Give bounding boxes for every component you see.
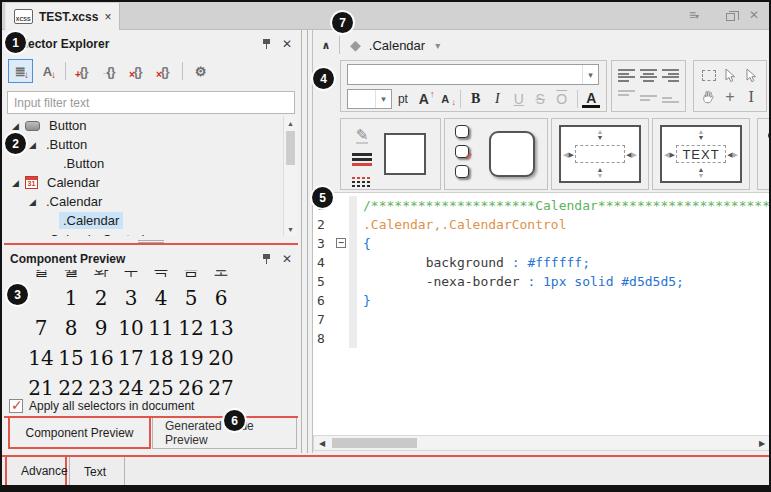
tree-row[interactable]: ▷.CalendarControl [4, 230, 283, 236]
calendar-day-headers: 일월화수목금토 [12, 270, 272, 283]
mode-tab-text[interactable]: Text [69, 457, 125, 487]
align-center-icon[interactable] [640, 69, 657, 82]
pointer-cursor-icon[interactable] [723, 68, 737, 83]
scroll-left-icon[interactable]: ◀ [315, 436, 329, 450]
goto-selector-button[interactable]: {}→ [98, 59, 123, 83]
code-line[interactable]: 6} [313, 291, 771, 310]
radius-option-icon[interactable] [455, 125, 469, 138]
font-color-button[interactable]: A [582, 91, 600, 108]
bold-button[interactable]: B [466, 91, 486, 107]
pointer-cursor-alt-icon[interactable] [744, 68, 758, 83]
code-line[interactable]: 4 background : #ffffff; [313, 253, 771, 272]
chevron-down-icon[interactable]: ▾ [582, 65, 598, 84]
border-preview-swatch[interactable] [384, 133, 426, 175]
mode-tab-advance[interactable]: Advance [5, 457, 67, 487]
chevron-down-icon[interactable]: ▾ [375, 90, 391, 108]
tree-row[interactable]: .Button [4, 154, 283, 173]
doc-tab-test-xcss[interactable]: XCSS TEST.xcss × [5, 3, 120, 30]
tree-expander-icon[interactable]: ◢ [27, 197, 38, 207]
valign-bottom-icon[interactable] [662, 90, 679, 103]
tree-row[interactable]: ◢Button [4, 116, 283, 135]
delete-selector-button[interactable]: {}× [125, 59, 150, 83]
code-line[interactable]: 8 [313, 329, 771, 348]
tree-expander-icon[interactable]: ◢ [27, 140, 38, 150]
code-horizontal-scrollbar[interactable]: ◀ ▶ [313, 435, 771, 451]
add-tool-icon[interactable]: + [725, 89, 734, 105]
calendar-day-number: 15 [56, 346, 86, 370]
delete-all-selectors-button[interactable]: {}× [152, 59, 177, 83]
filter-input[interactable] [7, 91, 295, 114]
tree-expander-icon[interactable]: ◢ [10, 121, 21, 131]
fold-minus-icon[interactable]: − [336, 238, 346, 248]
pencil-icon[interactable]: ✎ [356, 127, 369, 144]
corner-radius-group[interactable]: ✎ [444, 118, 548, 190]
border-style-group[interactable]: ✎ [340, 118, 441, 190]
doc-tab-close-icon[interactable]: × [104, 11, 111, 23]
align-right-icon[interactable] [662, 69, 679, 82]
add-selector-button[interactable]: {}+ [71, 59, 96, 83]
tree-vertical-scrollbar[interactable]: ▲ ▼ [283, 116, 297, 236]
solid-border-icon[interactable] [352, 153, 372, 168]
line-number: 4 [313, 253, 335, 272]
radius-option-icon[interactable] [455, 165, 469, 178]
fold-margin [335, 272, 349, 291]
close-icon[interactable]: ✕ [749, 9, 759, 21]
overline-button[interactable]: O [552, 91, 572, 107]
tree-expander-icon[interactable]: ▷ [27, 235, 38, 237]
pin-icon[interactable] [262, 253, 271, 264]
code-line[interactable]: 7 [313, 310, 771, 329]
tree-row[interactable]: ◢.Calendar [4, 192, 283, 211]
vertical-splitter[interactable] [298, 30, 312, 453]
calendar-weeks: 1234567891011121314151617181920212223242… [12, 283, 272, 403]
tree-row[interactable]: .Calendar [4, 211, 283, 230]
pin-icon[interactable] [262, 38, 271, 49]
valign-top-icon[interactable] [618, 90, 635, 103]
fold-marker-icon[interactable]: − [335, 234, 349, 253]
calendar-component-icon: 31 [25, 176, 38, 189]
increase-font-button[interactable]: A↑ [414, 91, 434, 107]
window-list-menu-icon[interactable]: ≡▾ [689, 9, 698, 21]
text-padding-editor-group[interactable]: ▲▼ ▲▼ ◀▶ ◀▶ TEXT [652, 118, 750, 190]
padding-editor-group[interactable]: ▲▼ ▲▼ ◀▶ ◀▶ [551, 118, 649, 190]
style-editor-panel: ∧ ◆ .Calendar ▾ ▾ ▾ pt A↑ A↓ B I U S [312, 30, 771, 453]
italic-button[interactable]: I [487, 91, 507, 107]
panel-close-icon[interactable]: ✕ [282, 38, 292, 50]
tree-expander-icon[interactable]: ◢ [10, 178, 21, 188]
selector-dropdown-icon[interactable]: ▾ [435, 40, 440, 51]
strikethrough-button[interactable]: S [530, 91, 550, 107]
preview-tab-component-preview[interactable]: Component Preview [8, 418, 151, 449]
settings-button[interactable]: ⚙ [188, 59, 213, 83]
underline-button[interactable]: U [509, 91, 529, 107]
radius-option-edit-icon[interactable]: ✎ [455, 145, 469, 158]
restore-icon[interactable] [726, 10, 735, 21]
fold-margin [335, 196, 349, 215]
radius-preview-swatch[interactable] [489, 131, 535, 177]
text-cursor-icon[interactable]: I [748, 88, 754, 106]
code-line[interactable]: 1/*********************Calendar*********… [313, 196, 771, 215]
code-line[interactable]: 3−{ [313, 234, 771, 253]
xcss-code-editor[interactable]: 1/*********************Calendar*********… [313, 192, 771, 435]
panel-close-icon[interactable]: ✕ [282, 253, 292, 265]
dashed-border-icon[interactable] [352, 177, 372, 189]
scroll-up-icon[interactable]: ▲ [284, 116, 297, 130]
code-line[interactable]: 5 -nexa-border : 1px solid #d5d5d5; [313, 272, 771, 291]
collapse-chevron-icon[interactable]: ∧ [313, 39, 339, 52]
decrease-font-button[interactable]: A↓ [435, 93, 455, 105]
hand-tool-icon[interactable] [701, 89, 716, 104]
align-left-icon[interactable] [618, 69, 635, 82]
tree-row[interactable]: ◢.Button [4, 135, 283, 154]
sort-alpha-button[interactable]: A↓ [35, 59, 60, 83]
scrollbar-thumb[interactable] [286, 131, 295, 165]
code-line[interactable]: 2.Calendar,.CalendarControl [313, 215, 771, 234]
font-family-combobox[interactable]: ▾ [347, 64, 599, 85]
tree-row[interactable]: ◢31Calendar [4, 173, 283, 192]
scrollbar-thumb[interactable] [332, 438, 417, 448]
toolbar-separator [182, 62, 183, 80]
scroll-right-icon[interactable]: ▶ [755, 436, 769, 450]
marquee-select-icon[interactable] [702, 70, 716, 81]
valign-middle-icon[interactable] [640, 90, 657, 103]
font-size-combobox[interactable]: ▾ [347, 89, 392, 109]
apply-selectors-checkbox[interactable]: ✓ [9, 399, 23, 413]
sort-order-button[interactable]: ≣↓ [8, 59, 33, 83]
scroll-down-icon[interactable]: ▼ [284, 222, 297, 236]
